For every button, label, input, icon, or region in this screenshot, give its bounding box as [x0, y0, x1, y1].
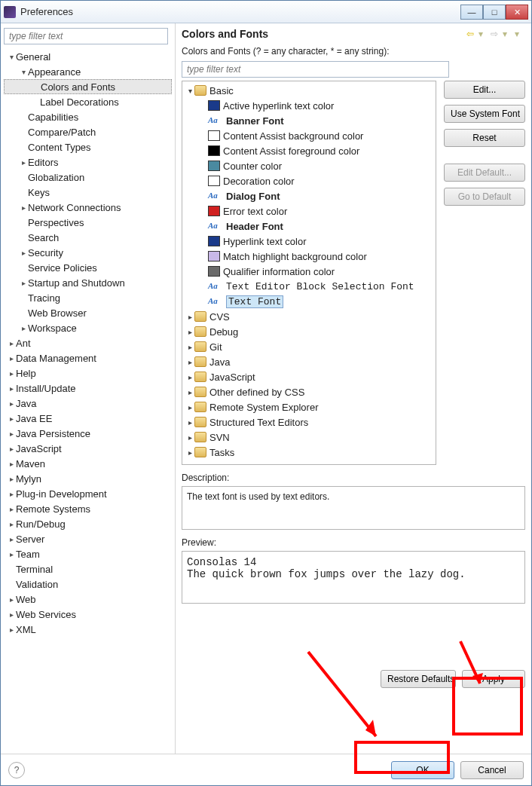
- back-menu-icon[interactable]: ▾: [478, 29, 489, 39]
- tree-item[interactable]: Tracing: [4, 290, 172, 305]
- tree-item[interactable]: ▸Help: [4, 365, 172, 381]
- tree-item[interactable]: ▾General: [4, 49, 172, 64]
- cf-tree-item[interactable]: Active hyperlink text color: [184, 98, 434, 113]
- cf-tree-item[interactable]: ▸CVS: [184, 309, 434, 324]
- chevron-right-icon[interactable]: ▸: [7, 475, 16, 483]
- chevron-right-icon[interactable]: ▸: [7, 625, 16, 634]
- cf-tree-item[interactable]: Error text color: [184, 203, 434, 219]
- tree-item[interactable]: ▸Server: [4, 531, 172, 546]
- chevron-right-icon[interactable]: ▸: [185, 418, 194, 427]
- close-button[interactable]: ✕: [506, 5, 528, 20]
- titlebar[interactable]: Preferences — □ ✕: [1, 1, 531, 23]
- cf-tree-item[interactable]: ▸Git: [184, 339, 434, 354]
- tree-item[interactable]: ▸Install/Update: [4, 381, 172, 396]
- chevron-right-icon[interactable]: ▸: [7, 550, 16, 558]
- tree-item[interactable]: ▸JavaScript: [4, 441, 172, 456]
- tree-item[interactable]: ▸Remote Systems: [4, 501, 172, 516]
- tree-item[interactable]: Content Types: [4, 139, 172, 154]
- chevron-right-icon[interactable]: ▸: [185, 358, 194, 366]
- tree-item[interactable]: Compare/Patch: [4, 124, 172, 139]
- cf-tree-item[interactable]: AaText Font: [184, 294, 434, 309]
- left-filter-input[interactable]: [4, 28, 168, 44]
- cancel-button[interactable]: Cancel: [460, 761, 524, 779]
- fwd-arrow-icon[interactable]: ⇨: [491, 29, 501, 39]
- tree-item[interactable]: ▸Plug-in Development: [4, 486, 172, 501]
- cf-tree-item[interactable]: AaBanner Font: [184, 113, 434, 128]
- chevron-right-icon[interactable]: ▸: [19, 249, 28, 257]
- cf-filter-input[interactable]: [182, 61, 449, 78]
- chevron-right-icon[interactable]: ▸: [7, 460, 16, 468]
- cf-tree-item[interactable]: ▸Tasks: [184, 445, 434, 460]
- tree-item[interactable]: ▾Appearance: [4, 64, 172, 79]
- chevron-right-icon[interactable]: ▸: [185, 313, 194, 321]
- cf-tree-item[interactable]: Qualifier information color: [184, 264, 434, 279]
- ok-button[interactable]: OK: [391, 761, 454, 779]
- fwd-menu-icon[interactable]: ▾: [503, 29, 513, 39]
- chevron-right-icon[interactable]: ▸: [7, 384, 16, 393]
- chevron-right-icon[interactable]: ▸: [185, 343, 194, 351]
- view-menu-icon[interactable]: ▾: [515, 29, 525, 39]
- use-system-font-button[interactable]: Use System Font: [444, 105, 525, 123]
- tree-item[interactable]: Perspectives: [4, 215, 172, 230]
- colors-fonts-tree-wrap[interactable]: ▾BasicActive hyperlink text colorAaBanne…: [182, 81, 436, 465]
- chevron-right-icon[interactable]: ▸: [185, 403, 194, 411]
- chevron-right-icon[interactable]: ▸: [19, 158, 28, 167]
- chevron-down-icon[interactable]: ▾: [7, 53, 16, 61]
- chevron-right-icon[interactable]: ▸: [7, 339, 16, 347]
- apply-button[interactable]: Apply: [462, 670, 525, 688]
- tree-item[interactable]: ▸Ant: [4, 335, 172, 350]
- chevron-right-icon[interactable]: ▸: [7, 369, 16, 378]
- cf-tree-item[interactable]: ▾Basic: [184, 83, 434, 98]
- chevron-right-icon[interactable]: ▸: [7, 490, 16, 498]
- back-arrow-icon[interactable]: ⇦: [466, 29, 477, 39]
- chevron-right-icon[interactable]: ▸: [19, 203, 28, 212]
- chevron-down-icon[interactable]: ▾: [19, 68, 28, 76]
- tree-item[interactable]: Web Browser: [4, 305, 172, 320]
- cf-tree-item[interactable]: AaText Editor Block Selection Font: [184, 279, 434, 294]
- cf-tree-item[interactable]: Match highlight background color: [184, 249, 434, 264]
- category-tree[interactable]: ▾General▾AppearanceColors and FontsLabel…: [4, 49, 172, 637]
- maximize-button[interactable]: □: [483, 5, 506, 20]
- tree-item[interactable]: ▸Java: [4, 396, 172, 411]
- chevron-right-icon[interactable]: ▸: [7, 430, 16, 438]
- cf-tree-item[interactable]: ▸Remote System Explorer: [184, 399, 434, 414]
- tree-item[interactable]: ▸Web Services: [4, 607, 172, 622]
- chevron-right-icon[interactable]: ▸: [7, 399, 16, 408]
- tree-item[interactable]: ▸Startup and Shutdown: [4, 275, 172, 290]
- tree-item[interactable]: ▸Editors: [4, 154, 172, 170]
- chevron-right-icon[interactable]: ▸: [7, 595, 16, 604]
- tree-item[interactable]: Search: [4, 230, 172, 245]
- chevron-down-icon[interactable]: ▾: [185, 87, 194, 95]
- chevron-right-icon[interactable]: ▸: [7, 610, 16, 619]
- tree-item[interactable]: Service Policies: [4, 260, 172, 275]
- tree-item[interactable]: Capabilities: [4, 109, 172, 124]
- chevron-right-icon[interactable]: ▸: [7, 354, 16, 362]
- tree-item[interactable]: ▸Mylyn: [4, 471, 172, 486]
- tree-item[interactable]: ▸Java Persistence: [4, 426, 172, 441]
- cf-tree-item[interactable]: ▸Other defined by CSS: [184, 384, 434, 399]
- tree-item[interactable]: ▸Team: [4, 546, 172, 561]
- cf-tree-item[interactable]: Content Assist foreground color: [184, 143, 434, 158]
- tree-item[interactable]: Label Decorations: [4, 94, 172, 109]
- cf-tree-item[interactable]: ▸Debug: [184, 324, 434, 339]
- cf-tree-item[interactable]: Content Assist background color: [184, 128, 434, 143]
- reset-button[interactable]: Reset: [444, 129, 525, 147]
- chevron-right-icon[interactable]: ▸: [19, 324, 28, 332]
- edit-button[interactable]: Edit...: [444, 81, 525, 99]
- tree-item[interactable]: ▸Network Connections: [4, 200, 172, 215]
- tree-item[interactable]: Validation: [4, 577, 172, 592]
- tree-item[interactable]: ▸Security: [4, 245, 172, 260]
- chevron-right-icon[interactable]: ▸: [185, 448, 194, 457]
- tree-item[interactable]: Globalization: [4, 170, 172, 185]
- cf-tree-item[interactable]: ▸Structured Text Editors: [184, 414, 434, 430]
- chevron-right-icon[interactable]: ▸: [7, 520, 16, 528]
- cf-tree-item[interactable]: ▸SVN: [184, 430, 434, 445]
- colors-fonts-tree[interactable]: ▾BasicActive hyperlink text colorAaBanne…: [182, 81, 436, 461]
- cf-tree-item[interactable]: AaHeader Font: [184, 219, 434, 234]
- chevron-right-icon[interactable]: ▸: [7, 414, 16, 423]
- cf-tree-item[interactable]: Hyperlink text color: [184, 234, 434, 249]
- tree-item[interactable]: ▸Maven: [4, 456, 172, 471]
- chevron-right-icon[interactable]: ▸: [185, 328, 194, 336]
- help-icon[interactable]: ?: [8, 762, 25, 778]
- tree-item[interactable]: ▸Web: [4, 592, 172, 607]
